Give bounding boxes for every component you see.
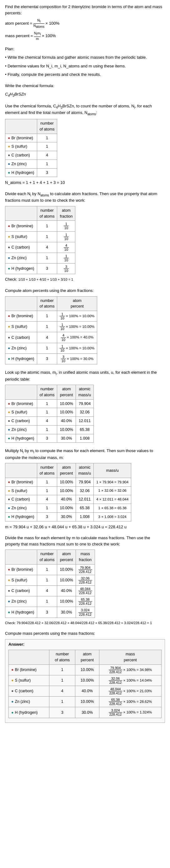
table5-header: Multiply Ni by mi to compute the mass fo… [5, 448, 165, 461]
element-label: ●Br (bromine) [5, 564, 37, 575]
compute-mass-percents-label: Compute mass percents using the mass fra… [5, 630, 165, 637]
table5-total: m = 79.904 u + 32.06 u + 48.044 u + 65.3… [5, 524, 165, 530]
table1-col1-header [5, 119, 37, 134]
table-row: ●C (carbon) 4 4 10 [5, 242, 75, 253]
atom-percent: 30.0% [57, 607, 76, 618]
plan-step-1: • Write the chemical formula and gather … [5, 54, 165, 61]
atom-count: 3 [37, 264, 57, 274]
atom-percent: 30.0% [57, 513, 76, 521]
answer-box: Answer: numberof atoms atompercent massp… [5, 639, 165, 723]
element-label: ●Zn (zinc) [5, 425, 37, 434]
element-label: ●C (carbon) [5, 586, 37, 596]
table5-col1-header [5, 463, 37, 478]
table2-col3-header: atomfraction [57, 206, 75, 221]
table4-col3-header: atompercent [57, 385, 76, 400]
table5-section: Multiply Ni by mi to compute the mass fo… [5, 448, 165, 530]
atom-percent: 40.0% [57, 586, 76, 596]
table1-header: Use the chemical formula, C4H3BrSZn, to … [5, 103, 165, 117]
atom-count: 4 [37, 586, 57, 596]
table-row: ●Zn (zinc) 1 10.00% 65.38 [5, 425, 94, 434]
atom-percent: 40.0% [57, 417, 76, 426]
intro-text: Find the elemental composition for 2 thi… [5, 4, 165, 16]
table-row: ●Br (bromine) 1 10.00% 79.904 228.412 [5, 564, 95, 575]
element-label: ●S (sulfur) [9, 675, 49, 686]
element-label: ●C (carbon) [9, 686, 49, 696]
atom-count: 1 [37, 253, 57, 263]
atom-percent: 10.00% [75, 696, 99, 707]
atom-count: 4 [37, 417, 57, 426]
atom-percent: 30.0% [57, 434, 76, 443]
atom-percent-formula: atom percent = NiNatoms × 100% [5, 19, 165, 29]
table1-section: Use the chemical formula, C4H3BrSZn, to … [5, 103, 165, 186]
table6-col1-header [5, 550, 37, 564]
answer-col1-header [9, 650, 49, 665]
atom-percent: 40.0% [75, 686, 99, 696]
atom-percent: 10.00% [57, 564, 76, 575]
table5-col2-header: numberof atoms [37, 463, 57, 478]
table4: numberof atoms atompercent atomicmass/u … [5, 385, 94, 443]
table2-header: Divide each Ni by Natoms to calculate at… [5, 191, 165, 204]
mass-value: 1 × 79.904 = 79.904 [94, 478, 131, 487]
plan-header: Plan: [5, 46, 165, 52]
element-label: ●S (sulfur) [5, 408, 37, 417]
table4-section: Look up the atomic mass, mi, in unified … [5, 369, 165, 443]
atom-percent: 10.00% [57, 408, 76, 417]
mass-percent: 65.38 228.412 × 100% = 28.62% [99, 696, 161, 707]
table-row: ●H (hydrogen) 3 30.0% 3.024 228.412 × 10… [9, 707, 162, 718]
mass-value: 1 × 32.06 = 32.06 [94, 487, 131, 495]
element-label: ●Zn (zinc) [5, 596, 37, 607]
table1: numberof atoms ●Br (bromine) 1 ●S (sulfu… [5, 119, 57, 177]
element-label: ●S (sulfur) [5, 321, 37, 332]
table5: numberof atoms atompercent atomicmass/u … [5, 463, 131, 521]
atom-count: 1 [37, 321, 57, 332]
atomic-mass: 32.06 [76, 408, 93, 417]
element-label: ●S (sulfur) [5, 487, 37, 495]
element-label: ●S (sulfur) [5, 575, 37, 585]
table4-col1-header [5, 385, 37, 400]
table-row: ●H (hydrogen) 3 3 10 [5, 264, 75, 274]
mass-value: 3 × 1.008 = 3.024 [94, 513, 131, 521]
answer-table: numberof atoms atompercent masspercent ●… [8, 650, 162, 718]
answer-col3-header: atompercent [75, 650, 99, 665]
element-label: ●Br (bromine) [5, 134, 37, 143]
intro-section: Find the elemental composition for 2 thi… [5, 4, 165, 41]
atomic-mass: 32.06 [76, 487, 93, 495]
atom-percent: 1 10 × 100% = 10.00% [57, 321, 97, 332]
table4-col4-header: atomicmass/u [76, 385, 93, 400]
atom-count: 3 [49, 707, 75, 718]
table4-col2-header: numberof atoms [37, 385, 57, 400]
atom-count: 1 [37, 221, 57, 231]
table-row: ●S (sulfur) 1 1 10 [5, 231, 75, 242]
table-row: ●Br (bromine) 1 [5, 134, 57, 143]
table-row: ●Zn (zinc) 1 10.00% 65.38 228.412 [5, 596, 95, 607]
table-row: ●H (hydrogen) 3 30.0% 1.008 3 × 1.008 = … [5, 513, 131, 521]
atom-count: 1 [37, 575, 57, 585]
atomic-mass: 12.011 [76, 417, 93, 426]
table-row: ●S (sulfur) 1 10.00% 32.06 228.412 [5, 575, 95, 585]
table-row: ●Zn (zinc) 1 10.00% 65.38 228.412 × 100%… [9, 696, 162, 707]
element-label: ●H (hydrogen) [5, 607, 37, 618]
table6-section: Divide the mass for each element by m to… [5, 535, 165, 625]
table6-col2-header: numberof atoms [37, 550, 57, 564]
answer-col2-header: numberof atoms [49, 650, 75, 665]
atom-fraction: 3 10 [57, 264, 75, 274]
atom-count: 4 [37, 495, 57, 504]
atom-count: 4 [37, 242, 57, 253]
table-row: ●C (carbon) 4 [5, 151, 57, 160]
element-label: ●H (hydrogen) [9, 707, 49, 718]
atom-count: 1 [37, 596, 57, 607]
table-row: ●Br (bromine) 1 10.00% 79.904 1 × 79.904… [5, 478, 131, 487]
table3: numberof atoms atompercent ●Br (bromine)… [5, 296, 97, 364]
chemical-formula-label: Write the chemical formula: [5, 83, 165, 89]
atomic-mass: 1.008 [76, 434, 93, 443]
atom-count: 1 [37, 343, 57, 353]
atomic-mass: 12.011 [76, 495, 93, 504]
table-row: ●S (sulfur) 1 10.00% 32.06 [5, 408, 94, 417]
element-label: ●Zn (zinc) [5, 343, 37, 353]
atom-count: 1 [37, 408, 57, 417]
atom-count: 3 [37, 353, 57, 364]
element-label: ●Zn (zinc) [5, 160, 37, 168]
element-label: ●Br (bromine) [5, 399, 37, 408]
atom-percent: 10.00% [57, 478, 76, 487]
element-label: ●Zn (zinc) [5, 504, 37, 513]
